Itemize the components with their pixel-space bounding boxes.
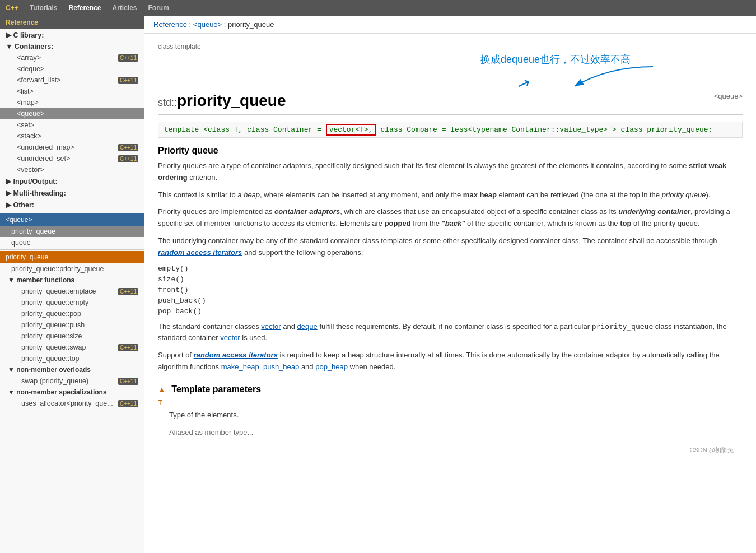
sidebar-pq-pop[interactable]: priority_queue::pop xyxy=(0,308,144,319)
sidebar-threading[interactable]: ▶ Multi-threading: xyxy=(0,187,144,199)
link-random-access-2[interactable]: random access iterators xyxy=(194,351,278,359)
title-divider xyxy=(158,114,743,115)
section-title: Priority queue xyxy=(158,146,743,156)
sidebar-pq-section-label: priority_queue xyxy=(6,253,48,261)
link-deque-1[interactable]: deque xyxy=(297,322,318,331)
sidebar-member-functions-label: ▼ member functions xyxy=(8,276,74,284)
sidebar-priority-queue-item[interactable]: priority_queue xyxy=(0,226,144,237)
sidebar-pq-swap[interactable]: priority_queue::swap C++11 xyxy=(0,342,144,353)
sidebar-containers[interactable]: ▼ Containers: xyxy=(0,41,144,52)
bold-popped: popped xyxy=(385,219,411,227)
sidebar-pq-emplace-badge: C++11 xyxy=(118,288,138,295)
sidebar-non-member-overloads[interactable]: ▼ non-member overloads xyxy=(0,364,144,375)
sidebar-queue-item[interactable]: queue xyxy=(0,237,144,248)
nav-forum[interactable]: Forum xyxy=(148,4,169,12)
sidebar-item-list[interactable]: <list> xyxy=(0,86,144,97)
bold-back: "back" xyxy=(441,219,465,227)
sidebar-item-queue-label: <queue> xyxy=(17,110,44,118)
sidebar-item-unordered-set[interactable]: <unordered_set> C++11 xyxy=(0,153,144,164)
sidebar-pq-size[interactable]: priority_queue::size xyxy=(0,331,144,342)
sidebar-item-unordered-map[interactable]: <unordered_map> C++11 xyxy=(0,142,144,153)
italic-heap: heap xyxy=(244,190,260,199)
sidebar-pq-empty[interactable]: priority_queue::empty xyxy=(0,297,144,308)
sidebar-pq-swap-label: priority_queue::swap xyxy=(21,343,86,351)
desc-6: Support of random access iterators is re… xyxy=(158,350,743,373)
queue-ref: <queue> xyxy=(714,92,743,100)
sidebar-other[interactable]: ▶ Other: xyxy=(0,199,144,211)
sidebar-pq-constructor[interactable]: priority_queue::priority_queue xyxy=(0,263,144,275)
sidebar-containers-label: ▼ Containers: xyxy=(6,43,53,50)
sidebar-item-array-badge: C++11 xyxy=(118,54,138,62)
sidebar-pq-top[interactable]: priority_queue::top xyxy=(0,353,144,364)
sidebar-item-stack[interactable]: <stack> xyxy=(0,131,144,142)
breadcrumb-queue[interactable]: <queue> xyxy=(193,20,222,29)
content-area: Reference : <queue> : priority_queue cla… xyxy=(144,16,756,553)
link-random-access-1[interactable]: random access iterators xyxy=(158,248,242,257)
sidebar-threading-label: ▶ Multi-threading: xyxy=(6,189,66,197)
sidebar-item-set[interactable]: <set> xyxy=(0,119,144,131)
sidebar-pq-empty-label: priority_queue::empty xyxy=(21,299,88,306)
desc-2: This context is similar to a heap, where… xyxy=(158,189,743,201)
template-param-t: T xyxy=(158,399,743,407)
link-pop-heap[interactable]: pop_heap xyxy=(315,363,348,371)
desc-5: The standard container classes vector an… xyxy=(158,321,743,345)
bold-container-adaptors: container adaptors xyxy=(274,207,340,216)
nav-reference[interactable]: Reference xyxy=(68,4,101,12)
sidebar-priority-queue-label: priority_queue xyxy=(11,227,55,235)
sidebar-item-queue[interactable]: <queue> xyxy=(0,108,144,119)
sidebar-item-vector[interactable]: <vector> xyxy=(0,164,144,175)
top-bar: C++ Tutorials Reference Articles Forum xyxy=(0,0,756,16)
code-pq-inline: priority_queue xyxy=(592,322,654,331)
sidebar-item-vector-label: <vector> xyxy=(17,166,44,174)
sidebar-item-stack-label: <stack> xyxy=(17,132,41,140)
sidebar-non-member-overloads-label: ▼ non-member overloads xyxy=(8,366,91,374)
nav-articles[interactable]: Articles xyxy=(113,4,137,12)
sidebar-item-forward-list[interactable]: <forward_list> C++11 xyxy=(0,75,144,86)
template-param-t-desc: Type of the elements. xyxy=(158,410,743,421)
sidebar-item-forward-list-label: <forward_list> xyxy=(17,76,61,84)
link-vector-2[interactable]: vector xyxy=(220,333,240,342)
link-vector-1[interactable]: vector xyxy=(261,322,281,331)
link-make-heap[interactable]: make_heap xyxy=(221,363,259,371)
sidebar-item-deque-label: <deque> xyxy=(17,65,44,73)
sidebar-member-functions[interactable]: ▼ member functions xyxy=(0,275,144,286)
sidebar-pq-constructor-label: priority_queue::priority_queue xyxy=(11,265,104,273)
sidebar-pq-push[interactable]: priority_queue::push xyxy=(0,319,144,331)
template-params-title-text: Template parameters xyxy=(171,384,261,394)
sidebar-uses-allocator[interactable]: uses_allocator<priority_que... C++11 xyxy=(0,398,144,409)
italic-pq: priority queue xyxy=(662,190,706,199)
breadcrumb: Reference : <queue> : priority_queue xyxy=(144,16,756,34)
sidebar: Reference ▶ C library: ▼ Containers: <ar… xyxy=(0,16,144,553)
sidebar-item-list-label: <list> xyxy=(17,87,34,95)
sidebar-item-forward-list-badge: C++11 xyxy=(118,77,138,84)
sidebar-pq-pop-label: priority_queue::pop xyxy=(21,310,81,318)
sidebar-item-map[interactable]: <map> xyxy=(0,97,144,108)
sidebar-io[interactable]: ▶ Input/Output: xyxy=(0,175,144,187)
brand-label: C++ xyxy=(6,4,18,12)
sidebar-swap-pq[interactable]: swap (priority_queue) C++11 xyxy=(0,375,144,387)
sidebar-swap-pq-label: swap (priority_queue) xyxy=(21,377,88,385)
bold-underlying: underlying container xyxy=(618,207,690,216)
code-size: size() xyxy=(158,275,743,284)
template-code: template <class T, class Container = vec… xyxy=(158,122,743,138)
sidebar-pq-size-label: priority_queue::size xyxy=(21,332,82,340)
annotation-container: 换成dequeue也行，不过效率不高 ↙ xyxy=(158,53,743,92)
class-prefix: std:: xyxy=(158,97,177,108)
nav-tutorials[interactable]: Tutorials xyxy=(30,4,58,12)
link-push-heap[interactable]: push_heap xyxy=(263,363,299,371)
watermark: CSDN @初阶免 xyxy=(158,444,743,457)
sidebar-item-unordered-set-badge: C++11 xyxy=(118,155,138,162)
desc-3: Priority queues are implemented as conta… xyxy=(158,206,743,230)
desc-4: The underlying container may be any of t… xyxy=(158,235,743,259)
sidebar-pq-section: priority_queue xyxy=(0,251,144,263)
code-pop-back: pop_back() xyxy=(158,307,743,315)
breadcrumb-reference[interactable]: Reference xyxy=(153,20,187,29)
sidebar-uses-allocator-label: uses_allocator<priority_que... xyxy=(21,399,113,407)
sidebar-item-array[interactable]: <array> C++11 xyxy=(0,52,144,63)
sidebar-non-member-spec[interactable]: ▼ non-member specializations xyxy=(0,387,144,398)
sidebar-pq-swap-badge: C++11 xyxy=(118,344,138,351)
sidebar-pq-emplace[interactable]: priority_queue::emplace C++11 xyxy=(0,286,144,297)
sidebar-c-library[interactable]: ▶ C library: xyxy=(0,29,144,41)
sidebar-queue-item-label: queue xyxy=(11,239,31,247)
sidebar-item-deque[interactable]: <deque> xyxy=(0,63,144,75)
